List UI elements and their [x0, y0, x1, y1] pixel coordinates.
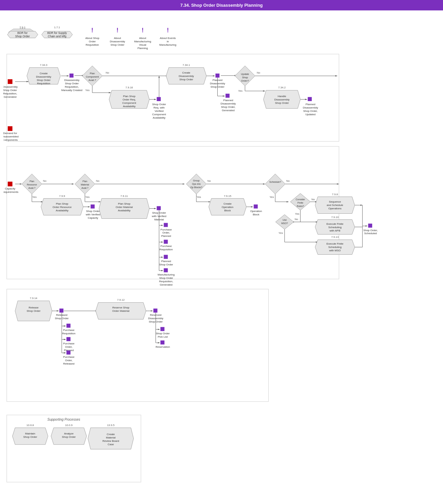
- svg-text:Plan: Plan: [90, 72, 95, 75]
- svg-text:Resource: Resource: [27, 183, 37, 186]
- svg-text:Requisition: Requisition: [62, 332, 76, 335]
- svg-text:Shop: Shop: [242, 76, 248, 79]
- handle-disassembly-shop-order: 7.34.2 Handle Disassembly Shop Order: [263, 86, 300, 109]
- svg-text:Create: Create: [40, 72, 48, 75]
- svg-text:Req. with: Req. with: [153, 106, 165, 109]
- svg-text:Shop Order: Shop Order: [86, 210, 100, 213]
- svg-text:Reservation: Reservation: [156, 345, 170, 348]
- svg-text:Shop Order: Shop Order: [179, 78, 193, 81]
- svg-text:!: !: [91, 27, 93, 34]
- svg-text:Requisition: Requisition: [160, 248, 173, 251]
- svg-rect-262: [67, 337, 71, 341]
- svg-text:Op Blocks?: Op Blocks?: [190, 186, 203, 189]
- svg-text:Shop Order: Shop Order: [27, 309, 41, 312]
- svg-text:Disassembly: Disassembly: [303, 106, 318, 109]
- svg-text:BDR for: BDR for: [17, 31, 28, 35]
- svg-text:Order,: Order,: [163, 231, 170, 234]
- svg-text:Generated: Generated: [160, 283, 173, 286]
- svg-text:Yes: Yes: [85, 196, 90, 199]
- svg-text:Planning: Planning: [137, 47, 148, 50]
- svg-marker-198: [265, 174, 285, 194]
- svg-text:7.9.12: 7.9.12: [117, 298, 125, 301]
- svg-text:!: !: [167, 27, 169, 34]
- update-shop-order-diamond: Update Shop Order? No Yes: [235, 66, 260, 92]
- svg-text:Capacity: Capacity: [88, 216, 98, 219]
- svg-text:7.9.13: 7.9.13: [331, 236, 339, 239]
- svg-text:Planned: Planned: [223, 99, 233, 102]
- svg-rect-164: [164, 240, 168, 244]
- svg-text:Shop Order: Shop Order: [159, 277, 173, 280]
- svg-text:Yes: Yes: [197, 196, 201, 199]
- svg-text:Components: Components: [3, 138, 18, 141]
- svg-text:Supporting Processes: Supporting Processes: [47, 418, 80, 421]
- svg-text:7.9.1: 7.9.1: [19, 26, 26, 29]
- svg-text:Manually Created: Manually Created: [61, 89, 83, 92]
- seq-schedule-ops: 7.9.8 Sequence and Schedule Operations: [315, 193, 355, 214]
- svg-text:Finite: Finite: [298, 202, 303, 204]
- svg-text:Review Board: Review Board: [102, 439, 119, 443]
- svg-text:7.9.9: 7.9.9: [59, 195, 65, 198]
- svg-text:Operation: Operation: [250, 210, 262, 213]
- svg-rect-252: [59, 308, 63, 312]
- svg-text:No: No: [208, 179, 211, 182]
- svg-text:Material: Material: [81, 183, 89, 186]
- svg-text:Requisition,: Requisition,: [65, 85, 79, 88]
- svg-text:Requisition,: Requisition,: [3, 92, 17, 95]
- svg-rect-115: [8, 182, 12, 186]
- svg-text:Requisition: Requisition: [37, 82, 50, 85]
- svg-rect-278: [153, 308, 158, 312]
- svg-text:Create: Create: [224, 202, 232, 205]
- svg-text:Availability: Availability: [123, 105, 136, 108]
- svg-text:Create: Create: [107, 433, 115, 436]
- svg-text:13.9.5: 13.9.5: [107, 424, 115, 427]
- svg-text:Requisition,: Requisition,: [159, 280, 173, 283]
- svg-rect-84: [225, 94, 229, 98]
- plan-material-avail-diamond: Plan Material Avail.? Yes No: [75, 174, 100, 199]
- create-material-review-board: 13.9.5 Create Material Review Board Case: [88, 424, 134, 449]
- svg-text:10.0.9: 10.0.9: [65, 424, 73, 427]
- svg-text:Yes: Yes: [295, 212, 299, 215]
- svg-text:7.9.14: 7.9.14: [30, 297, 38, 300]
- svg-text:7.34.1: 7.34.1: [182, 64, 190, 67]
- svg-rect-43: [70, 74, 74, 78]
- svg-text:Pick List: Pick List: [158, 335, 168, 338]
- svg-text:Shop Order: Shop Order: [23, 435, 37, 438]
- svg-text:7.34.2: 7.34.2: [278, 86, 286, 89]
- svg-text:Handle: Handle: [278, 95, 286, 98]
- svg-text:Planned: Planned: [306, 103, 315, 106]
- analyze-shop-order: 10.0.9 Analyze Shop Order: [51, 424, 87, 445]
- svg-text:7.9.8: 7.9.8: [332, 193, 338, 196]
- svg-rect-158: [164, 223, 168, 227]
- svg-text:Demand for: Demand for: [3, 132, 17, 135]
- svg-text:Consider: Consider: [296, 198, 305, 201]
- svg-text:Schedule?: Schedule?: [269, 180, 281, 183]
- svg-text:Generated: Generated: [222, 109, 235, 112]
- create-disassembly-shop-order: 7.34.1 Create Disassembly Shop Order: [166, 64, 207, 84]
- plan-shop-order-material-avail: 7.9.11 Plan Shop Order Material Availabi…: [99, 195, 149, 219]
- create-operation-block: 7.9.15 Create Operation Block: [209, 195, 247, 215]
- svg-text:Update: Update: [241, 73, 249, 76]
- svg-text:Shop Order: Shop Order: [3, 89, 17, 92]
- consider-finite-diamond: Consider Finite Rules? No Yes: [290, 194, 315, 215]
- svg-rect-284: [161, 327, 165, 331]
- plan-resource-avail-diamond: Plan Resource Avail.? Yes No: [22, 174, 47, 199]
- execute-finite-apb: 7.9.10 Execute Finite Scheduling with AP…: [315, 216, 355, 235]
- svg-text:Shop Order: Shop Order: [37, 79, 51, 82]
- svg-text:Shop Order,: Shop Order,: [221, 106, 235, 109]
- svg-rect-110: [8, 126, 12, 131]
- page-wrapper: 7.34. Shop Order Disassembly Planning 7.…: [0, 0, 443, 504]
- svg-text:Execute Finite: Execute Finite: [326, 222, 344, 225]
- svg-text:Avail.?: Avail.?: [89, 79, 96, 82]
- svg-text:Order,: Order,: [65, 359, 73, 362]
- create-disassembly-req-node: 7.34.3 Create Disassembly Shop Order Req…: [27, 64, 60, 85]
- page-title: 7.34. Shop Order Disassembly Planning: [0, 0, 443, 10]
- svg-text:Scheduling: Scheduling: [328, 246, 342, 249]
- svg-text:Plan: Plan: [30, 180, 34, 182]
- svg-rect-257: [67, 324, 71, 328]
- svg-text:Capacity: Capacity: [5, 187, 15, 190]
- svg-rect-78: [216, 74, 220, 78]
- bdr-supply-chain: 1.7.1 BDR for Supply Chain and Mfg: [42, 26, 73, 38]
- svg-text:Avail.?: Avail.?: [29, 187, 36, 189]
- svg-text:Order,: Order,: [65, 345, 73, 348]
- svg-text:No: No: [96, 179, 100, 182]
